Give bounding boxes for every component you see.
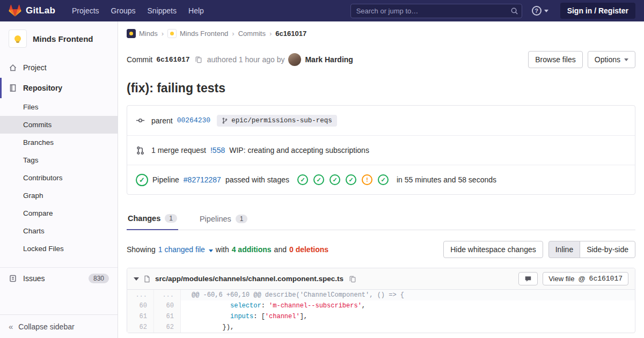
issues-icon — [9, 274, 17, 283]
tab-pipelines[interactable]: Pipelines 1 — [199, 208, 249, 230]
branch-ref-badge[interactable]: epic/permissions-sub-reqs — [217, 115, 337, 127]
top-menu: Projects Groups Snippets Help — [66, 0, 210, 21]
help-dropdown[interactable] — [532, 6, 548, 16]
collapse-chevrons-icon — [9, 322, 13, 331]
menu-item-snippets[interactable]: Snippets — [142, 0, 182, 21]
old-line-number[interactable]: 61 — [127, 311, 154, 322]
breadcrumb-commits[interactable]: Commits — [238, 30, 266, 38]
parent-sha-link[interactable]: 00264230 — [177, 116, 210, 124]
breadcrumb: Minds › Minds Frontend › Commits › 6c161… — [127, 27, 635, 43]
search-input[interactable] — [350, 4, 522, 18]
sidebar-item-compare[interactable]: Compare — [0, 204, 118, 222]
global-search — [350, 4, 522, 18]
pipeline-id-link[interactable]: #82712287 — [184, 175, 221, 184]
view-file-sha: 6c161017 — [589, 275, 623, 283]
menu-item-help[interactable]: Help — [182, 0, 210, 21]
sidebar-item-project[interactable]: Project — [0, 57, 118, 78]
inline-view-button[interactable]: Inline — [548, 241, 580, 258]
commit-info-box: parent 00264230 epic/permissions-sub-req… — [127, 105, 635, 195]
breadcrumb-minds-frontend[interactable]: Minds Frontend — [167, 29, 228, 38]
project-avatar — [9, 30, 27, 48]
pipeline-status-icon[interactable]: ✓ — [136, 174, 148, 186]
browse-files-button[interactable]: Browse files — [528, 51, 582, 68]
stage-success-icon[interactable]: ✓ — [330, 174, 340, 185]
sidebar-item-files[interactable]: Files — [0, 98, 118, 116]
file-path-link[interactable]: src/app/modules/channels/channel.compone… — [155, 275, 343, 283]
new-line-number: ... — [154, 290, 181, 300]
breadcrumb-minds[interactable]: Minds — [127, 29, 158, 38]
breadcrumb-separator: › — [269, 30, 272, 38]
hide-whitespace-button[interactable]: Hide whitespace changes — [443, 241, 543, 258]
menu-item-projects[interactable]: Projects — [66, 0, 105, 21]
deletions-count: 0 deletions — [289, 245, 328, 254]
sidebar-item-graph[interactable]: Graph — [0, 187, 118, 204]
commit-tabs: Changes 1 Pipelines 1 — [127, 208, 635, 230]
file-icon — [143, 275, 151, 283]
chevron-down-icon — [544, 10, 548, 12]
changed-file-dropdown[interactable]: 1 changed file — [158, 245, 213, 254]
sidebar-item-issues[interactable]: Issues 830 — [0, 268, 118, 289]
minds-group-avatar — [127, 29, 136, 38]
stage-warning-icon[interactable]: ! — [362, 174, 372, 185]
options-dropdown-button[interactable]: Options — [588, 51, 635, 68]
code-line: inputs: ['channel'], — [181, 311, 635, 322]
sidebar-item-branches[interactable]: Branches — [0, 134, 118, 151]
collapse-label: Collapse sidebar — [18, 322, 74, 331]
breadcrumb-separator: › — [162, 30, 164, 38]
copy-file-path-button[interactable] — [348, 274, 357, 284]
copy-sha-button[interactable] — [194, 55, 203, 64]
chevron-down-icon — [209, 249, 213, 252]
diff-file-header: src/app/modules/channels/channel.compone… — [127, 268, 635, 290]
sidebar-item-locked-files[interactable]: Locked Files — [0, 240, 118, 258]
tab-changes[interactable]: Changes 1 — [127, 208, 178, 230]
and-label: and — [274, 245, 287, 254]
old-line-number[interactable]: 62 — [127, 322, 154, 333]
side-by-side-view-button[interactable]: Side-by-side — [580, 241, 635, 258]
parent-label: parent — [151, 116, 173, 125]
home-icon — [9, 63, 17, 72]
hunk-header-text: @@ -60,6 +60,10 @@ describe('ChannelComp… — [181, 290, 635, 300]
gitlab-brand[interactable]: GitLab — [9, 4, 55, 17]
menu-item-groups[interactable]: Groups — [105, 0, 142, 21]
breadcrumb-commit-sha: 6c161017 — [275, 30, 306, 38]
gitlab-tanuki-icon — [9, 4, 21, 17]
help-icon — [532, 6, 541, 16]
project-context-header[interactable]: Minds Frontend — [0, 21, 118, 55]
copy-icon — [195, 56, 202, 63]
diff-content: ... ... @@ -60,6 +60,10 @@ describe('Cha… — [127, 290, 635, 333]
toggle-comments-button[interactable] — [518, 272, 538, 285]
sidebar-item-repository[interactable]: Repository — [0, 78, 118, 98]
new-line-number[interactable]: 61 — [154, 311, 181, 322]
diff-line: 60 60 selector: 'm-channel--subscribers'… — [127, 300, 635, 311]
stage-success-icon[interactable]: ✓ — [313, 174, 324, 185]
view-file-button[interactable]: View file @ 6c161017 — [543, 272, 628, 285]
search-icon[interactable] — [510, 7, 518, 17]
author-avatar[interactable] — [288, 53, 301, 66]
stage-success-icon[interactable]: ✓ — [378, 174, 389, 185]
diff-file: src/app/modules/channels/channel.compone… — [127, 268, 635, 333]
new-line-number[interactable]: 62 — [154, 322, 181, 333]
stage-success-icon[interactable]: ✓ — [297, 174, 308, 185]
sign-in-button[interactable]: Sign in / Register — [560, 3, 635, 19]
code-line: selector: 'm-channel--subscribers', — [181, 300, 635, 311]
collapse-diff-icon[interactable] — [134, 277, 139, 281]
author-name[interactable]: Mark Harding — [305, 55, 353, 64]
stage-success-icon[interactable]: ✓ — [346, 174, 356, 185]
sidebar-item-tags[interactable]: Tags — [0, 151, 118, 169]
collapse-sidebar-button[interactable]: Collapse sidebar — [0, 314, 118, 338]
sidebar-item-charts[interactable]: Charts — [0, 222, 118, 240]
sidebar-item-commits[interactable]: Commits — [0, 116, 118, 134]
pipelines-count-badge: 1 — [236, 215, 248, 223]
brand-name: GitLab — [26, 5, 55, 16]
diff-view-toggle: Inline Side-by-side — [548, 241, 635, 258]
old-line-number[interactable]: 60 — [127, 300, 154, 311]
sidebar-item-label: Repository — [23, 84, 62, 92]
sidebar-nav: Project Repository — [0, 57, 118, 98]
mr-ref-link[interactable]: !558 — [210, 146, 225, 155]
new-line-number[interactable]: 60 — [154, 300, 181, 311]
sidebar-item-contributors[interactable]: Contributors — [0, 169, 118, 187]
comment-icon — [524, 275, 532, 283]
info-row-pipeline: ✓ Pipeline #82712287 passed with stages … — [127, 165, 635, 194]
showing-label: Showing — [127, 245, 156, 254]
diff-line: 61 61 inputs: ['channel'], — [127, 311, 635, 322]
